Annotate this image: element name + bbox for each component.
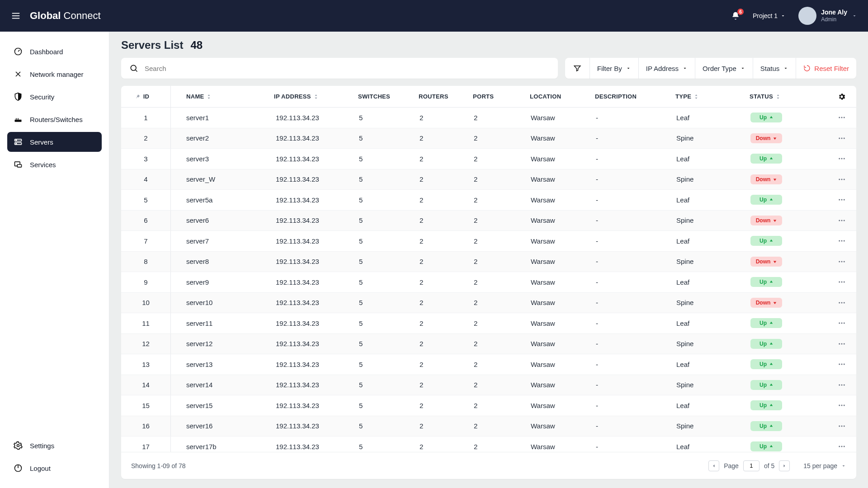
services-icon <box>14 160 23 169</box>
row-actions-button[interactable] <box>826 299 856 307</box>
row-actions-button[interactable] <box>826 381 856 389</box>
prev-page-button[interactable] <box>708 460 719 471</box>
ip-address-selector[interactable]: IP Address <box>639 58 695 79</box>
status-badge: Up <box>750 380 782 390</box>
svg-point-53 <box>841 343 843 344</box>
table-row[interactable]: 8server8192.113.34.23522Warsaw-SpineDown <box>121 252 856 272</box>
project-selector[interactable]: Project 1 <box>753 12 786 19</box>
row-actions-button[interactable] <box>826 442 856 450</box>
cell-switches: 5 <box>358 114 419 122</box>
cell-name: server5a <box>171 196 274 204</box>
table-row[interactable]: 6server6192.113.34.23522Warsaw-SpineDown <box>121 211 856 231</box>
order-type-selector[interactable]: Order Type <box>695 58 753 79</box>
row-actions-button[interactable] <box>826 155 856 163</box>
table-row[interactable]: 16server16192.113.34.23522Warsaw-SpineUp <box>121 416 856 437</box>
svg-point-23 <box>841 137 843 139</box>
table-row[interactable]: 4server_W192.113.34.23522Warsaw-SpineDow… <box>121 169 856 190</box>
column-switches[interactable]: SWITCHES <box>358 93 419 100</box>
hamburger-menu-icon[interactable] <box>11 11 21 21</box>
row-actions-button[interactable] <box>826 278 856 286</box>
filter-icon-button[interactable] <box>565 58 590 79</box>
search-input[interactable] <box>145 65 550 72</box>
row-actions-button[interactable] <box>826 319 856 327</box>
column-location[interactable]: LOCATION <box>530 93 595 100</box>
row-actions-button[interactable] <box>826 175 856 183</box>
row-actions-button[interactable] <box>826 340 856 348</box>
table-row[interactable]: 11server11192.113.34.23522Warsaw-LeafUp <box>121 313 856 334</box>
table-row[interactable]: 3server3192.113.34.23522Warsaw-LeafUp <box>121 149 856 169</box>
table-row[interactable]: 1server1192.113.34.23522Warsaw-LeafUp <box>121 108 856 128</box>
table-row[interactable]: 2server2192.113.34.23522Warsaw-SpineDown <box>121 128 856 149</box>
chevron-down-icon <box>626 66 631 71</box>
filter-by-selector[interactable]: Filter By <box>590 58 639 79</box>
cell-routers: 2 <box>419 361 473 368</box>
cell-routers: 2 <box>419 237 473 245</box>
column-ip[interactable]: IP ADDRESS <box>274 93 358 100</box>
sidebar-item-security[interactable]: Security <box>7 87 102 107</box>
sidebar-item-label: Dashboard <box>30 48 63 56</box>
cell-switches: 5 <box>358 443 419 450</box>
row-actions-button[interactable] <box>826 401 856 409</box>
cell-routers: 2 <box>419 340 473 347</box>
status-badge: Up <box>750 236 782 246</box>
table-row[interactable]: 17server17b192.113.34.23522Warsaw-LeafUp <box>121 436 856 452</box>
sidebar-item-settings[interactable]: Settings <box>7 436 102 455</box>
chevron-down-icon <box>780 13 786 19</box>
cell-status: Up <box>750 421 826 431</box>
row-actions-button[interactable] <box>826 216 856 225</box>
table-row[interactable]: 14server14192.113.34.23522Warsaw-SpineUp <box>121 375 856 396</box>
sidebar-item-servers[interactable]: Servers <box>7 132 102 152</box>
sidebar-item-dashboard[interactable]: Dashboard <box>7 42 102 61</box>
table-row[interactable]: 7server7192.113.34.23522Warsaw-LeafUp <box>121 231 856 252</box>
table-row[interactable]: 10server10192.113.34.23522Warsaw-SpineDo… <box>121 293 856 314</box>
reset-filter-button[interactable]: Reset Filter <box>796 58 856 79</box>
page-of-label: of 5 <box>764 462 774 469</box>
column-id[interactable]: ID <box>121 86 171 107</box>
svg-point-47 <box>841 302 843 303</box>
status-selector[interactable]: Status <box>753 58 797 79</box>
cell-description: - <box>595 278 675 286</box>
cell-location: Warsaw <box>530 319 595 327</box>
svg-point-17 <box>131 65 136 70</box>
sidebar-item-routers-switches[interactable]: Routers/Switches <box>7 109 102 129</box>
svg-point-50 <box>841 323 843 324</box>
row-actions-button[interactable] <box>826 134 856 142</box>
column-id-label: ID <box>143 93 150 100</box>
column-description[interactable]: DESCRIPTION <box>595 93 675 100</box>
cell-type: Leaf <box>675 443 750 450</box>
search-box[interactable] <box>121 58 558 79</box>
column-name[interactable]: NAME <box>171 93 274 100</box>
user-menu[interactable]: Jone Aly Admin <box>798 7 857 25</box>
table-row[interactable]: 13server13192.113.34.23522Warsaw-LeafUp <box>121 354 856 375</box>
row-actions-button[interactable] <box>826 113 856 122</box>
perpage-selector[interactable]: 15 per page <box>803 462 846 469</box>
column-status[interactable]: STATUS <box>750 93 826 100</box>
row-actions-button[interactable] <box>826 196 856 204</box>
column-settings[interactable] <box>826 93 856 100</box>
status-badge: Up <box>750 421 782 431</box>
table-row[interactable]: 12server12192.113.34.23522Warsaw-SpineUp <box>121 334 856 355</box>
column-type[interactable]: TYPE <box>675 93 750 100</box>
row-actions-button[interactable] <box>826 258 856 266</box>
sidebar-item-logout[interactable]: Logout <box>7 458 102 478</box>
cell-switches: 5 <box>358 319 419 327</box>
column-ports[interactable]: PORTS <box>473 93 530 100</box>
sidebar-item-network-manager[interactable]: Network manager <box>7 64 102 84</box>
table-row[interactable]: 15server15192.113.34.23522Warsaw-LeafUp <box>121 395 856 416</box>
next-page-button[interactable] <box>779 460 790 471</box>
cell-name: server13 <box>171 361 274 368</box>
column-routers[interactable]: ROUTERS <box>419 93 473 100</box>
cell-status: Up <box>750 277 826 287</box>
page-input[interactable] <box>743 460 760 471</box>
more-icon <box>838 401 846 409</box>
row-actions-button[interactable] <box>826 237 856 245</box>
row-actions-button[interactable] <box>826 360 856 368</box>
row-actions-button[interactable] <box>826 422 856 430</box>
table-body: 1server1192.113.34.23522Warsaw-LeafUp 2s… <box>121 108 856 452</box>
table-row[interactable]: 5server5a192.113.34.23522Warsaw-LeafUp <box>121 190 856 211</box>
sidebar-item-services[interactable]: Services <box>7 155 102 174</box>
table-row[interactable]: 9server9192.113.34.23522Warsaw-LeafUp <box>121 272 856 293</box>
column-status-label: STATUS <box>750 93 773 100</box>
cell-name: server17b <box>171 443 274 450</box>
notifications-button[interactable]: 6 <box>731 11 740 20</box>
